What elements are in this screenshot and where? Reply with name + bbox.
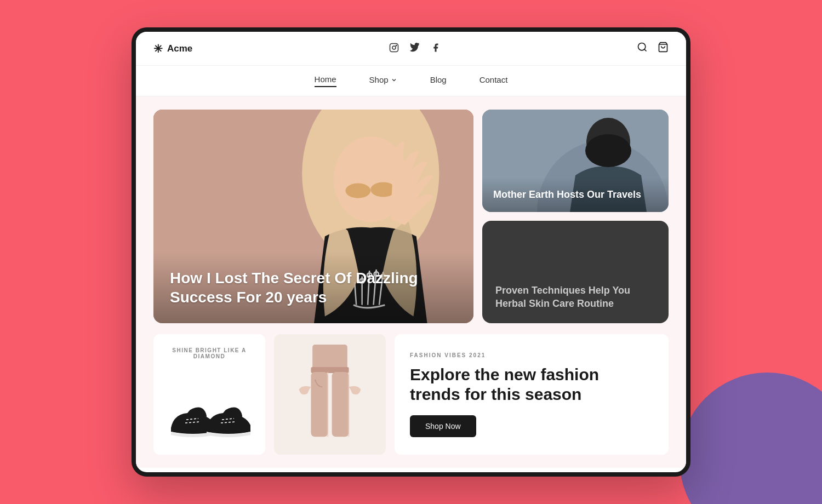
hero-grid: How I Lost The Secret Of Dazzling Succes… [153,110,669,323]
outfit-card[interactable] [274,334,386,455]
main-nav: Home Shop Blog Contact [136,66,686,96]
svg-point-25 [585,134,631,167]
svg-rect-0 [390,44,398,52]
svg-line-4 [644,49,647,51]
shoe-image [165,392,253,442]
side-cards: Mother Earth Hosts Our Travels Proven Te… [482,110,669,323]
logo[interactable]: ✳ Acme [153,42,192,55]
travel-card-overlay: Mother Earth Hosts Our Travels [482,177,669,212]
travel-card[interactable]: Mother Earth Hosts Our Travels [482,110,669,212]
svg-rect-33 [332,372,349,437]
hero-overlay: How I Lost The Secret Of Dazzling Succes… [153,252,473,323]
nav-shop[interactable]: Shop [369,75,397,87]
twitter-icon[interactable] [410,43,420,54]
device-frame: ✳ Acme [132,27,690,477]
logo-icon: ✳ [153,42,163,55]
featured-category: Fashion Vibes 2021 [410,352,653,358]
featured-title: Explore the new fashion trends for this … [410,365,653,404]
shop-now-button[interactable]: Shop Now [410,415,476,437]
svg-rect-32 [311,372,328,437]
instagram-icon[interactable] [389,43,399,54]
nav-blog[interactable]: Blog [430,75,447,87]
skincare-card-title: Proven Techniques Help You Herbal Skin C… [495,284,655,310]
skincare-card-content: Proven Techniques Help You Herbal Skin C… [482,271,669,323]
bottom-grid: Shine Bright Like a Diamond [153,334,669,455]
social-links [389,43,441,54]
svg-rect-35 [348,372,350,437]
nav-home[interactable]: Home [315,75,336,87]
svg-point-3 [638,43,646,50]
travel-card-title: Mother Earth Hosts Our Travels [493,188,658,201]
search-icon[interactable] [637,42,648,55]
skincare-card[interactable]: Proven Techniques Help You Herbal Skin C… [482,221,669,323]
svg-rect-34 [327,372,329,437]
shoes-card[interactable]: Shine Bright Like a Diamond [153,334,265,455]
header-actions [637,42,669,55]
featured-text-card: Fashion Vibes 2021 Explore the new fashi… [395,334,669,455]
main-content: How I Lost The Secret Of Dazzling Succes… [136,96,686,468]
facebook-icon[interactable] [431,43,441,54]
logo-text: Acme [167,43,192,54]
svg-point-10 [345,184,370,198]
shoes-label: Shine Bright Like a Diamond [167,347,252,359]
hero-title: How I Lost The Secret Of Dazzling Succes… [170,268,457,307]
hero-main-card[interactable]: How I Lost The Secret Of Dazzling Succes… [153,110,473,323]
bag-icon[interactable] [658,42,669,55]
bg-decoration [680,373,822,504]
svg-point-2 [396,45,397,46]
svg-point-1 [392,46,396,49]
nav-contact[interactable]: Contact [480,75,508,87]
header: ✳ Acme [136,32,686,66]
chevron-down-icon [391,77,397,83]
svg-rect-36 [316,345,344,367]
outfit-image [274,340,386,449]
